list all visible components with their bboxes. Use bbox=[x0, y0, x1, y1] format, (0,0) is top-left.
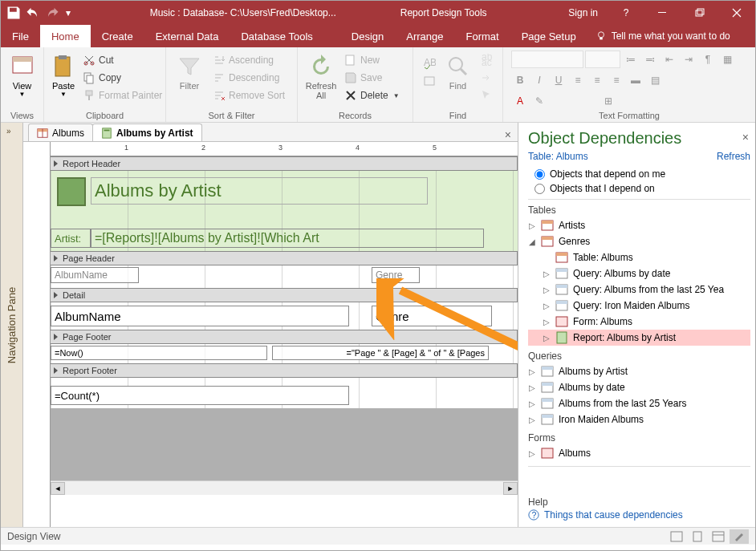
page-expression[interactable]: ="Page " & [Page] & " of " & [Pages bbox=[272, 346, 489, 360]
view-design-icon[interactable] bbox=[730, 529, 749, 544]
section-page-footer[interactable]: Page Footer bbox=[51, 330, 518, 344]
tree-item-report-albums-by-artist[interactable]: ▷Report: Albums by Artist bbox=[528, 330, 750, 346]
select-button[interactable] bbox=[477, 87, 496, 103]
tab-arrange[interactable]: Arrange bbox=[395, 25, 454, 47]
bold-button[interactable]: B bbox=[511, 71, 529, 89]
close-tab-icon[interactable]: × bbox=[498, 128, 518, 141]
refresh-all-button[interactable]: Refresh All bbox=[304, 51, 338, 100]
text-direction-icon[interactable]: ¶ bbox=[699, 51, 717, 68]
ascending-button[interactable]: Ascending bbox=[209, 52, 288, 68]
alt-row-icon[interactable]: ▤ bbox=[646, 71, 664, 89]
fill-color-icon[interactable]: ▬ bbox=[627, 71, 644, 89]
save-icon[interactable] bbox=[6, 5, 22, 21]
tab-create[interactable]: Create bbox=[91, 25, 144, 47]
tab-page-setup[interactable]: Page Setup bbox=[510, 25, 587, 47]
navigation-pane-collapsed[interactable]: Navigation Pane bbox=[1, 123, 23, 527]
more-button[interactable] bbox=[420, 73, 439, 89]
minimize-icon[interactable] bbox=[644, 1, 681, 25]
font-size-dropdown[interactable] bbox=[585, 51, 620, 68]
tab-albums-table[interactable]: Albums bbox=[28, 124, 93, 141]
tree-item-table-albums[interactable]: Table: Albums bbox=[528, 249, 750, 265]
artist-expression[interactable]: =[Reports]![Albums by Artist]![Which Art bbox=[91, 229, 484, 248]
border-icon[interactable]: ⊞ bbox=[600, 92, 617, 110]
descending-button[interactable]: Descending bbox=[209, 70, 288, 86]
filter-button[interactable]: Filter bbox=[173, 51, 206, 91]
bullets-icon[interactable]: ≔ bbox=[622, 51, 640, 68]
report-design-canvas[interactable]: 1 2 3 4 5 Report Header Albums by Artist… bbox=[23, 142, 518, 527]
view-button[interactable]: View ▼ bbox=[7, 51, 37, 98]
tree-item-q-albums-by-date[interactable]: ▷Albums by date bbox=[528, 379, 750, 395]
signin-link[interactable]: Sign in bbox=[559, 7, 608, 18]
close-icon[interactable] bbox=[718, 1, 755, 25]
cut-button[interactable]: Cut bbox=[79, 52, 165, 68]
tree-item-q-iron-maiden[interactable]: ▷Iron Maiden Albums bbox=[528, 411, 750, 427]
now-expression[interactable]: =Now() bbox=[51, 346, 267, 360]
tab-file[interactable]: File bbox=[1, 25, 40, 47]
close-pane-icon[interactable]: × bbox=[742, 131, 749, 144]
tree-item-form-albums-2[interactable]: ▷Albums bbox=[528, 445, 750, 461]
numbering-icon[interactable]: ≕ bbox=[641, 51, 659, 68]
undo-icon[interactable] bbox=[25, 5, 41, 21]
copy-button[interactable]: Copy bbox=[79, 70, 165, 86]
replace-button[interactable]: abac bbox=[477, 52, 496, 68]
artist-label[interactable]: Artist: bbox=[51, 229, 91, 248]
genre-header-label[interactable]: Genre bbox=[372, 267, 420, 283]
tab-external-data[interactable]: External Data bbox=[144, 25, 230, 47]
goto-button[interactable] bbox=[477, 70, 496, 86]
find-button[interactable]: Find bbox=[442, 51, 474, 91]
tree-item-query-25-years[interactable]: ▷Query: Albums from the last 25 Yea bbox=[528, 282, 750, 298]
section-page-header[interactable]: Page Header bbox=[51, 251, 518, 265]
report-footer-body[interactable]: =Count(*) bbox=[51, 378, 518, 408]
view-print-preview-icon[interactable] bbox=[688, 529, 707, 544]
table-link[interactable]: Table: Albums bbox=[528, 151, 588, 162]
view-layout-icon[interactable] bbox=[709, 529, 728, 544]
font-family-dropdown[interactable] bbox=[511, 51, 583, 68]
section-report-footer[interactable]: Report Footer bbox=[51, 363, 518, 378]
section-detail[interactable]: Detail bbox=[51, 288, 518, 302]
tab-format[interactable]: Format bbox=[455, 25, 510, 47]
tell-me-search[interactable]: Tell me what you want to do bbox=[587, 25, 738, 47]
navpane-expand-icon[interactable]: » bbox=[6, 127, 11, 136]
view-report-icon[interactable] bbox=[667, 529, 686, 544]
title-label[interactable]: Albums by Artist bbox=[91, 177, 428, 205]
report-header-body[interactable]: Albums by Artist Artist: =[Reports]![Alb… bbox=[51, 171, 518, 251]
new-button[interactable]: New bbox=[341, 52, 403, 68]
restore-icon[interactable] bbox=[681, 1, 718, 25]
gridlines-icon[interactable]: ▦ bbox=[718, 51, 736, 68]
italic-button[interactable]: I bbox=[530, 71, 548, 89]
align-right-icon[interactable]: ≡ bbox=[608, 71, 625, 89]
spelling-button[interactable]: ABC bbox=[420, 55, 439, 71]
radio-depend-on-me[interactable]: Objects that depend on me bbox=[534, 168, 750, 180]
tree-item-form-albums[interactable]: ▷Form: Albums bbox=[528, 314, 750, 330]
tree-item-query-by-date[interactable]: ▷Query: Albums by date bbox=[528, 265, 750, 282]
qat-customize-icon[interactable]: ▾ bbox=[63, 5, 73, 21]
scroll-left-icon[interactable]: ◄ bbox=[51, 482, 65, 495]
albumname-field[interactable]: AlbumName bbox=[51, 306, 349, 326]
paste-button[interactable]: Paste ▼ bbox=[51, 51, 76, 98]
tab-design[interactable]: Design bbox=[340, 25, 395, 47]
tab-database-tools[interactable]: Database Tools bbox=[230, 25, 323, 47]
help-link[interactable]: ? Things that cause dependencies bbox=[528, 509, 749, 521]
indent-increase-icon[interactable]: ⇥ bbox=[680, 51, 697, 68]
tree-item-genres[interactable]: ◢Genres bbox=[528, 233, 750, 249]
remove-sort-button[interactable]: Remove Sort bbox=[209, 87, 288, 103]
section-report-header[interactable]: Report Header bbox=[51, 156, 518, 171]
detail-body[interactable]: AlbumName Genre bbox=[51, 302, 518, 330]
count-expression[interactable]: =Count(*) bbox=[51, 386, 349, 405]
highlight-icon[interactable]: ✎ bbox=[530, 92, 548, 110]
tab-albums-by-artist-report[interactable]: Albums by Artist bbox=[92, 124, 202, 141]
tree-item-query-iron-maiden[interactable]: ▷Query: Iron Maiden Albums bbox=[528, 298, 750, 314]
help-icon[interactable]: ? bbox=[608, 1, 644, 25]
align-left-icon[interactable]: ≡ bbox=[569, 71, 587, 89]
radio-i-depend-on[interactable]: Objects that I depend on bbox=[534, 183, 750, 194]
underline-button[interactable]: U bbox=[550, 71, 567, 89]
refresh-link[interactable]: Refresh bbox=[717, 151, 750, 162]
font-color-icon[interactable]: A bbox=[511, 92, 529, 110]
tree-item-q-25-years[interactable]: ▷Albums from the last 25 Years bbox=[528, 395, 750, 411]
redo-icon[interactable] bbox=[44, 5, 60, 21]
tab-home[interactable]: Home bbox=[40, 25, 91, 47]
tree-item-artists[interactable]: ▷Artists bbox=[528, 217, 750, 233]
report-logo-icon[interactable] bbox=[57, 177, 86, 206]
tree-item-q-albums-by-artist[interactable]: ▷Albums by Artist bbox=[528, 363, 750, 379]
indent-decrease-icon[interactable]: ⇤ bbox=[660, 51, 678, 68]
